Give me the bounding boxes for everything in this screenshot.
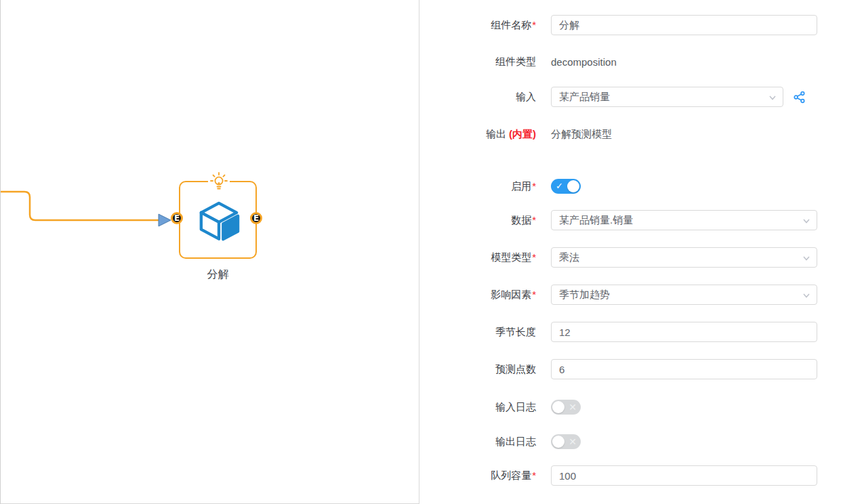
output-value: 分解预测模型 [551, 128, 612, 141]
field-label: 组件类型 [419, 56, 536, 68]
output-port[interactable]: E [250, 212, 262, 224]
queue-capacity-input[interactable] [551, 465, 817, 486]
required-asterisk: * [532, 19, 536, 30]
required-asterisk: * [532, 180, 536, 192]
chevron-down-icon [802, 253, 811, 263]
field-row-component-type: 组件类型 decomposition [419, 51, 843, 72]
field-row-enable: 启用* ✓ [419, 176, 843, 196]
chevron-down-icon [768, 93, 777, 102]
model-type-select[interactable]: 乘法 [551, 247, 817, 268]
field-label: 输出日志 [419, 436, 536, 448]
field-row-output-log: 输出日志 ✕ [419, 432, 843, 452]
port-label: E [174, 214, 180, 222]
share-icon[interactable] [793, 91, 806, 104]
app-window: E E 分解 组件名称* 组件类型 decomposition 输入 某产品销量 [0, 0, 843, 504]
data-select[interactable]: 某产品销量.销量 [551, 210, 817, 230]
select-value: 乘法 [559, 251, 579, 264]
builtin-tag: (内置) [509, 128, 536, 140]
field-label: 输入日志 [419, 401, 536, 414]
check-icon: ✓ [556, 179, 563, 194]
node-label: 分解 [179, 268, 257, 282]
required-asterisk: * [532, 289, 536, 300]
field-label: 启用* [419, 180, 536, 193]
field-row-queue-capacity: 队列容量* [419, 465, 843, 486]
field-row-factor: 影响因素* 季节加趋势 [419, 285, 843, 305]
flow-canvas[interactable]: E E 分解 [0, 0, 419, 504]
input-select[interactable]: 某产品销量 [551, 87, 783, 107]
required-asterisk: * [532, 469, 536, 481]
field-row-component-name: 组件名称* [419, 15, 843, 35]
field-label: 数据* [419, 214, 536, 227]
field-label: 影响因素* [419, 289, 536, 301]
port-label: E [253, 214, 259, 222]
switch-knob [552, 401, 564, 413]
chevron-down-icon [802, 216, 811, 226]
field-label: 模型类型* [419, 251, 536, 264]
x-icon: ✕ [569, 434, 577, 449]
component-type-value: decomposition [551, 56, 617, 68]
wire-path [1, 192, 159, 220]
forecast-points-input[interactable] [551, 359, 817, 379]
input-port[interactable]: E [171, 212, 183, 224]
switch-knob [567, 180, 579, 192]
arrowhead-icon [159, 214, 171, 226]
node-decomposition[interactable]: E E [179, 181, 257, 259]
chevron-down-icon [802, 291, 811, 300]
field-row-forecast-points: 预测点数 [419, 359, 843, 379]
factor-select[interactable]: 季节加趋势 [551, 285, 817, 305]
field-label: 输入 [419, 91, 536, 104]
season-length-input[interactable] [551, 322, 817, 342]
select-value: 季节加趋势 [559, 289, 610, 301]
field-label: 季节长度 [419, 326, 536, 339]
select-value: 某产品销量 [559, 91, 610, 104]
component-name-input[interactable] [551, 15, 817, 35]
x-icon: ✕ [569, 400, 577, 415]
field-label: 输出(内置) [419, 128, 536, 141]
field-label: 队列容量* [419, 469, 536, 482]
field-row-model-type: 模型类型* 乘法 [419, 247, 843, 268]
bulb-icon [208, 171, 230, 192]
field-row-data: 数据* 某产品销量.销量 [419, 210, 843, 230]
input-log-switch[interactable]: ✕ [551, 400, 581, 415]
output-log-switch[interactable]: ✕ [551, 434, 581, 449]
field-label: 预测点数 [419, 363, 536, 376]
select-value: 某产品销量.销量 [559, 214, 633, 227]
field-label: 组件名称* [419, 19, 536, 32]
field-row-input-log: 输入日志 ✕ [419, 397, 843, 417]
field-row-season-length: 季节长度 [419, 322, 843, 342]
cube-icon [198, 200, 240, 242]
field-row-output: 输出(内置) 分解预测模型 [419, 124, 843, 144]
required-asterisk: * [532, 251, 536, 263]
enable-switch[interactable]: ✓ [551, 179, 581, 194]
properties-panel: 组件名称* 组件类型 decomposition 输入 某产品销量 [419, 0, 843, 504]
switch-knob [552, 436, 564, 448]
field-row-input: 输入 某产品销量 [419, 87, 843, 107]
required-asterisk: * [532, 214, 536, 226]
